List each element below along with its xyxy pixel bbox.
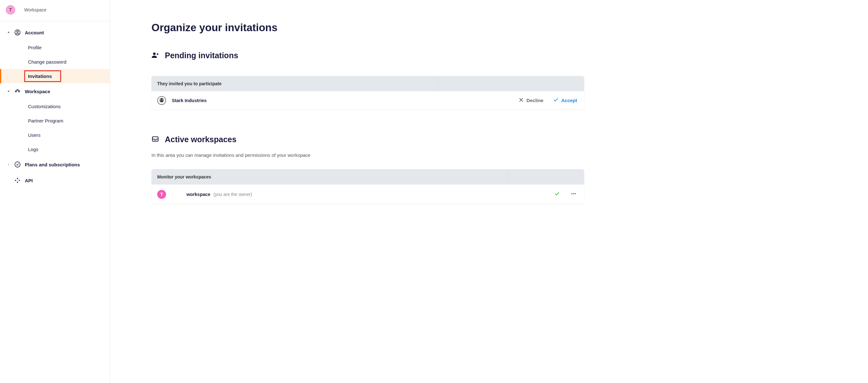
inviter-name: Stark Industries	[172, 98, 207, 103]
caret-right-icon	[7, 163, 10, 166]
nav-section-workspace[interactable]: Workspace	[0, 83, 110, 99]
nav-section-label: Account	[25, 30, 44, 35]
section-header: Pending invitations	[151, 51, 584, 60]
workspace-row-avatar: T	[157, 190, 166, 199]
workspace-status-button[interactable]	[552, 189, 562, 199]
svg-point-4	[19, 91, 20, 92]
pending-invitation-row: Stark Industries Decline	[151, 91, 584, 109]
row-actions: Decline Accept	[517, 96, 579, 105]
workspace-name-container: workspace (you are the owner)	[186, 192, 252, 197]
main-content: Organize your invitations Pending invita…	[110, 0, 613, 383]
nav-section-account[interactable]: Account	[0, 25, 110, 40]
svg-point-3	[17, 89, 18, 91]
pending-invitations-section: Pending invitations They invited you to …	[151, 51, 584, 109]
svg-rect-8	[15, 180, 17, 181]
workspace-name: workspace	[186, 192, 210, 197]
workspace-label: Workspace	[24, 7, 46, 12]
svg-rect-9	[19, 180, 20, 181]
svg-point-10	[153, 53, 156, 55]
svg-point-14	[162, 99, 163, 100]
inbox-icon	[151, 135, 159, 144]
nav-item-partner-program[interactable]: Partner Program	[0, 114, 110, 128]
table-header: Monitor your workspaces	[151, 169, 584, 185]
more-horizontal-icon	[571, 191, 577, 197]
nav-section-label: Workspace	[25, 89, 50, 94]
active-workspaces-card: Monitor your workspaces T workspace (you…	[151, 169, 584, 204]
table-header-label: They invited you to participate	[151, 76, 438, 91]
svg-point-5	[15, 162, 20, 167]
svg-point-17	[574, 193, 574, 194]
sidebar: T Workspace Account Profile Change passw…	[0, 0, 110, 383]
sidebar-header: T Workspace	[0, 0, 110, 21]
nav-item-change-password[interactable]: Change password	[0, 55, 110, 69]
caret-down-icon	[7, 31, 10, 34]
close-icon	[518, 97, 524, 104]
active-workspaces-section: Active workspaces In this area you can m…	[151, 135, 584, 204]
nav-section-label: Plans and subscriptions	[25, 162, 80, 167]
workspace-icon	[14, 88, 21, 95]
accept-button[interactable]: Accept	[552, 96, 579, 105]
svg-rect-7	[17, 181, 19, 183]
table-header-actions	[438, 76, 584, 91]
svg-point-16	[571, 193, 572, 194]
nav-item-profile[interactable]: Profile	[0, 40, 110, 55]
plans-icon	[14, 161, 21, 168]
section-heading: Pending invitations	[165, 51, 238, 60]
nav-item-users[interactable]: Users	[0, 128, 110, 142]
inviter-avatar	[157, 96, 166, 105]
caret-down-icon	[7, 90, 10, 93]
section-heading: Active workspaces	[165, 135, 237, 144]
svg-point-13	[160, 99, 161, 100]
section-header: Active workspaces	[151, 135, 584, 144]
api-icon	[14, 177, 21, 184]
account-icon	[14, 29, 21, 36]
decline-button[interactable]: Decline	[517, 96, 545, 105]
sidebar-nav: Account Profile Change password Invitati…	[0, 21, 110, 188]
section-description: In this area you can manage invitations …	[151, 152, 584, 158]
table-header-label: Monitor your workspaces	[151, 169, 508, 185]
check-icon	[554, 191, 560, 197]
table-header-actions	[508, 169, 584, 185]
workspace-row: T workspace (you are the owner)	[151, 185, 584, 204]
svg-point-1	[17, 31, 19, 32]
nav-item-logs[interactable]: Logs	[0, 142, 110, 157]
nav-item-customizations[interactable]: Customizations	[0, 99, 110, 114]
svg-rect-6	[17, 178, 19, 180]
workspace-avatar: T	[6, 5, 15, 14]
person-add-icon	[151, 51, 159, 60]
workspace-more-button[interactable]	[569, 189, 579, 199]
nav-item-invitations[interactable]: Invitations	[0, 69, 110, 83]
pending-invitations-card: They invited you to participate Stark In…	[151, 76, 584, 109]
svg-point-2	[15, 91, 17, 92]
row-actions	[552, 189, 579, 199]
nav-section-label: API	[25, 178, 33, 183]
nav-section-api[interactable]: API	[0, 172, 110, 188]
svg-point-18	[575, 193, 576, 194]
page-title: Organize your invitations	[151, 22, 584, 34]
nav-section-plans[interactable]: Plans and subscriptions	[0, 157, 110, 172]
table-header: They invited you to participate	[151, 76, 584, 91]
check-icon	[553, 97, 559, 104]
workspace-owner-note: (you are the owner)	[214, 192, 252, 197]
